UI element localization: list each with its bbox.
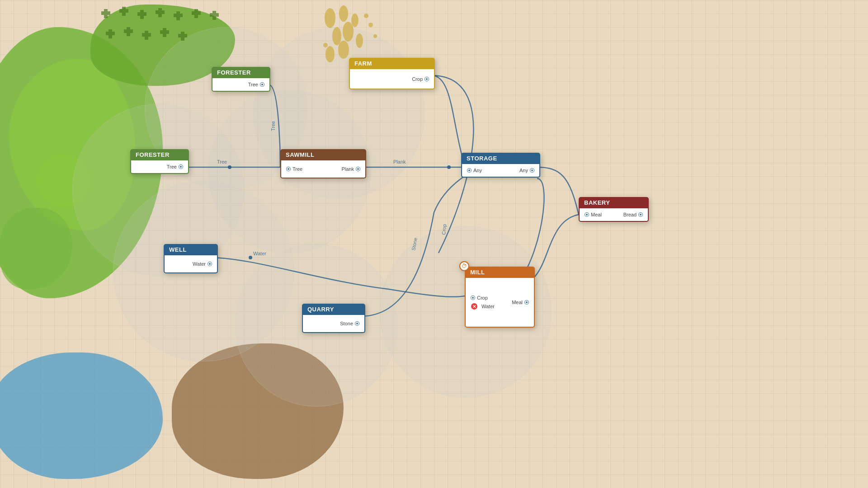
bakery-body: Meal Bread bbox=[579, 208, 649, 222]
sawmill-tree-in-dot[interactable] bbox=[287, 167, 290, 171]
sawmill-plank-dot[interactable] bbox=[356, 167, 360, 171]
svg-rect-26 bbox=[124, 29, 133, 33]
mill-meal-dot[interactable] bbox=[525, 300, 528, 304]
storage-body: Any Any bbox=[461, 164, 540, 178]
sawmill-output-port: Plank bbox=[341, 166, 360, 172]
well-title: WELL bbox=[169, 246, 187, 253]
storage-output-port: Any bbox=[519, 168, 534, 173]
storage-any-out-dot[interactable] bbox=[530, 169, 534, 172]
svg-rect-24 bbox=[106, 32, 115, 35]
forester2-tree-dot[interactable] bbox=[179, 165, 183, 169]
svg-point-35 bbox=[351, 14, 359, 27]
forester2-node[interactable]: FORESTER Tree bbox=[130, 149, 189, 174]
well-body: Water bbox=[164, 255, 218, 273]
mill-body: Crop ✕ Water Meal bbox=[465, 278, 535, 328]
quarry-stone-dot[interactable] bbox=[355, 322, 359, 325]
svg-point-42 bbox=[368, 23, 373, 27]
svg-point-41 bbox=[364, 14, 368, 18]
bakery-input-port: Meal bbox=[585, 212, 602, 217]
quarry-header: QUARRY bbox=[302, 304, 365, 315]
svg-rect-12 bbox=[119, 9, 128, 13]
canvas: Tree Tree Plank Crop Water Stone bbox=[0, 0, 868, 488]
forester2-title: FORESTER bbox=[136, 151, 170, 158]
farm-crop-dot[interactable] bbox=[425, 77, 429, 81]
bakery-title: BAKERY bbox=[584, 199, 610, 206]
svg-rect-14 bbox=[137, 12, 146, 16]
svg-point-43 bbox=[323, 43, 328, 47]
bakery-bread-dot[interactable] bbox=[639, 213, 642, 216]
farm-header: FARM bbox=[349, 58, 435, 69]
svg-point-38 bbox=[356, 33, 363, 48]
sawmill-title: SAWMILL bbox=[286, 151, 314, 158]
forester1-title: FORESTER bbox=[217, 69, 251, 76]
svg-rect-18 bbox=[174, 14, 183, 17]
svg-rect-20 bbox=[192, 11, 201, 15]
mill-crop-dot[interactable] bbox=[471, 296, 475, 300]
svg-rect-10 bbox=[101, 11, 110, 15]
svg-point-44 bbox=[373, 34, 377, 38]
forester2-body: Tree bbox=[130, 160, 189, 174]
well-header: WELL bbox=[164, 244, 218, 255]
svg-point-37 bbox=[343, 22, 354, 42]
farm-title: FARM bbox=[354, 60, 372, 67]
bakery-meal-in-dot[interactable] bbox=[585, 213, 589, 216]
mill-header: MILL bbox=[465, 267, 535, 278]
storage-any-in-dot[interactable] bbox=[467, 169, 471, 172]
storage-title: STORAGE bbox=[467, 155, 497, 162]
well-node[interactable]: WELL Water bbox=[164, 244, 218, 273]
mill-error-icon: ✕ bbox=[471, 303, 477, 310]
quarry-output-port: Stone bbox=[340, 321, 359, 326]
quarry-body: Stone bbox=[302, 315, 365, 333]
storage-input-port: Any bbox=[467, 168, 482, 173]
sawmill-input-port: Tree bbox=[287, 166, 302, 172]
mill-crop-in-port: Crop bbox=[471, 295, 495, 300]
farm-node[interactable]: FARM Crop bbox=[349, 58, 435, 89]
forester1-node[interactable]: FORESTER Tree bbox=[212, 67, 270, 92]
farm-output-port: Crop bbox=[412, 76, 429, 82]
svg-rect-22 bbox=[210, 13, 219, 17]
svg-rect-30 bbox=[160, 30, 169, 34]
mill-node[interactable]: ⏱ MILL Crop ✕ Water Meal bbox=[465, 267, 535, 328]
sawmill-node[interactable]: SAWMILL Tree Plank bbox=[280, 149, 366, 178]
farm-body: Crop bbox=[349, 69, 435, 89]
svg-point-39 bbox=[326, 46, 335, 62]
svg-point-36 bbox=[332, 27, 341, 45]
sawmill-body: Tree Plank bbox=[280, 160, 366, 178]
quarry-title: QUARRY bbox=[307, 306, 334, 313]
well-output-port: Water bbox=[193, 261, 212, 267]
svg-rect-16 bbox=[156, 10, 165, 14]
storage-node[interactable]: STORAGE Any Any bbox=[461, 153, 540, 178]
bakery-node[interactable]: BAKERY Meal Bread bbox=[579, 197, 649, 222]
svg-rect-32 bbox=[178, 34, 187, 38]
forester1-body: Tree bbox=[212, 78, 270, 92]
svg-point-40 bbox=[338, 41, 349, 59]
sawmill-header: SAWMILL bbox=[280, 149, 366, 160]
svg-point-33 bbox=[325, 8, 335, 28]
svg-point-4 bbox=[447, 165, 451, 169]
mill-timer-icon: ⏱ bbox=[459, 261, 469, 271]
mill-meal-out-port: Meal bbox=[512, 300, 528, 305]
mill-title: MILL bbox=[470, 269, 485, 276]
forester2-output-port: Tree bbox=[167, 164, 183, 169]
mill-water-in-port: ✕ Water bbox=[471, 303, 495, 310]
svg-point-34 bbox=[339, 5, 348, 22]
svg-rect-28 bbox=[142, 33, 151, 37]
forester1-output-port: Tree bbox=[248, 82, 264, 87]
bakery-output-port: Bread bbox=[623, 212, 642, 217]
quarry-node[interactable]: QUARRY Stone bbox=[302, 304, 365, 333]
forester2-header: FORESTER bbox=[130, 149, 189, 160]
well-water-dot[interactable] bbox=[208, 262, 212, 266]
forester1-header: FORESTER bbox=[212, 67, 270, 78]
bakery-header: BAKERY bbox=[579, 197, 649, 208]
storage-header: STORAGE bbox=[461, 153, 540, 164]
forester1-tree-dot[interactable] bbox=[260, 83, 264, 86]
